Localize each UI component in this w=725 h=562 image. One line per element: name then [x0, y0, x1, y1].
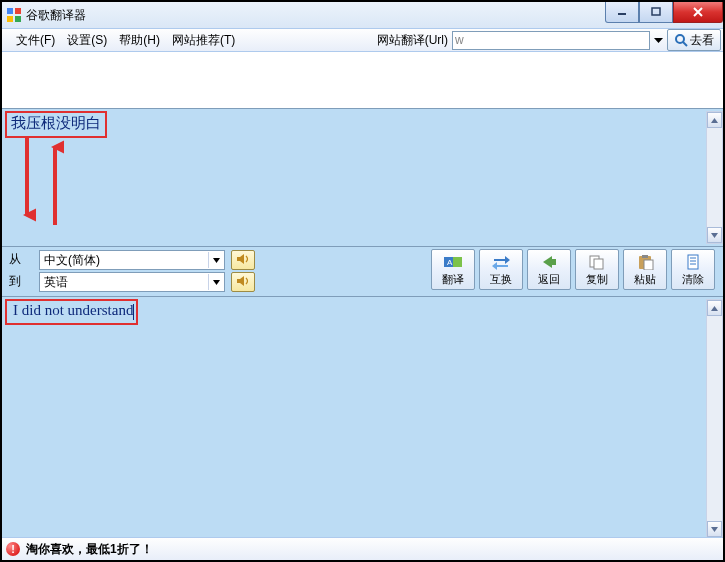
translate-icon: A — [442, 253, 464, 271]
translate-button[interactable]: A 翻译 — [431, 249, 475, 290]
svg-rect-17 — [644, 260, 653, 270]
svg-point-6 — [676, 35, 684, 43]
titlebar: 谷歌翻译器 — [2, 2, 723, 29]
status-text: 淘你喜欢，最低1折了！ — [26, 541, 153, 558]
copy-icon — [586, 253, 608, 271]
text-caret — [133, 304, 134, 320]
menu-site-recommend[interactable]: 网站推荐(T) — [166, 30, 241, 51]
go-button[interactable]: 去看 — [667, 29, 721, 51]
from-language-value: 中文(简体) — [44, 252, 100, 269]
language-bar: 从 到 中文(简体) 英语 A 翻译 — [2, 247, 723, 297]
swap-button[interactable]: 互换 — [479, 249, 523, 290]
svg-rect-18 — [688, 255, 698, 269]
minimize-button[interactable] — [605, 2, 639, 23]
copy-button[interactable]: 复制 — [575, 249, 619, 290]
clear-label: 清除 — [682, 272, 704, 287]
translate-label: 翻译 — [442, 272, 464, 287]
svg-rect-0 — [7, 8, 13, 14]
from-label: 从 — [9, 251, 39, 268]
svg-rect-2 — [7, 16, 13, 22]
url-dropdown-icon[interactable] — [654, 33, 663, 47]
clear-button[interactable]: 清除 — [671, 249, 715, 290]
to-language-select[interactable]: 英语 — [39, 272, 225, 292]
menu-settings[interactable]: 设置(S) — [61, 30, 113, 51]
svg-rect-10 — [453, 257, 462, 267]
chevron-down-icon — [208, 274, 224, 290]
action-buttons: A 翻译 互换 返回 复制 粘贴 清除 — [431, 249, 715, 290]
svg-rect-4 — [618, 13, 626, 15]
url-input[interactable] — [452, 31, 650, 50]
svg-rect-12 — [551, 259, 556, 265]
paste-button[interactable]: 粘贴 — [623, 249, 667, 290]
chevron-down-icon — [208, 252, 224, 268]
copy-label: 复制 — [586, 272, 608, 287]
to-label: 到 — [9, 273, 39, 290]
from-language-select[interactable]: 中文(简体) — [39, 250, 225, 270]
output-text-panel[interactable]: I did not understand — [2, 297, 723, 540]
swap-icon — [490, 253, 512, 271]
menu-file[interactable]: 文件(F) — [10, 30, 61, 51]
speak-target-button[interactable] — [231, 272, 255, 292]
source-text-panel[interactable]: 我压根没明白 — [2, 108, 723, 247]
annotation-arrow-up — [46, 137, 64, 227]
scroll-up-icon[interactable] — [707, 112, 722, 128]
annotation-arrow-down — [18, 137, 36, 227]
scroll-up-icon[interactable] — [707, 300, 722, 316]
svg-rect-5 — [652, 8, 660, 15]
alert-icon: ! — [6, 542, 20, 556]
to-language-value: 英语 — [44, 274, 68, 291]
speaker-icon — [236, 253, 250, 268]
clear-icon — [682, 253, 704, 271]
svg-rect-1 — [15, 8, 21, 14]
window-title: 谷歌翻译器 — [26, 7, 86, 24]
back-button[interactable]: 返回 — [527, 249, 571, 290]
svg-text:A: A — [447, 258, 453, 267]
source-text[interactable]: 我压根没明白 — [5, 111, 107, 138]
back-icon — [538, 253, 560, 271]
svg-rect-16 — [642, 255, 648, 258]
back-label: 返回 — [538, 272, 560, 287]
window-controls — [605, 2, 723, 23]
url-label: 网站翻译(Url) — [377, 32, 448, 49]
close-button[interactable] — [673, 2, 723, 23]
statusbar: ! 淘你喜欢，最低1折了！ — [2, 537, 723, 560]
paste-icon — [634, 253, 656, 271]
swap-label: 互换 — [490, 272, 512, 287]
scroll-down-icon[interactable] — [707, 227, 722, 243]
output-text[interactable]: I did not understand — [5, 299, 138, 325]
menubar: 文件(F) 设置(S) 帮助(H) 网站推荐(T) 网站翻译(Url) 去看 — [2, 29, 723, 52]
output-scrollbar[interactable] — [706, 299, 723, 538]
svg-rect-14 — [594, 259, 603, 269]
svg-rect-3 — [15, 16, 21, 22]
maximize-button[interactable] — [639, 2, 673, 23]
menu-help[interactable]: 帮助(H) — [113, 30, 166, 51]
app-icon — [6, 7, 22, 23]
speak-source-button[interactable] — [231, 250, 255, 270]
source-scrollbar[interactable] — [706, 111, 723, 244]
top-blank-area — [2, 52, 723, 108]
search-icon — [674, 33, 688, 47]
go-label: 去看 — [690, 32, 714, 49]
app-window: 谷歌翻译器 文件(F) 设置(S) 帮助(H) 网站推荐(T) 网站翻译(Url… — [0, 0, 725, 562]
speaker-icon — [236, 275, 250, 290]
scroll-down-icon[interactable] — [707, 521, 722, 537]
url-translate-area: 网站翻译(Url) 去看 — [377, 29, 723, 51]
paste-label: 粘贴 — [634, 272, 656, 287]
